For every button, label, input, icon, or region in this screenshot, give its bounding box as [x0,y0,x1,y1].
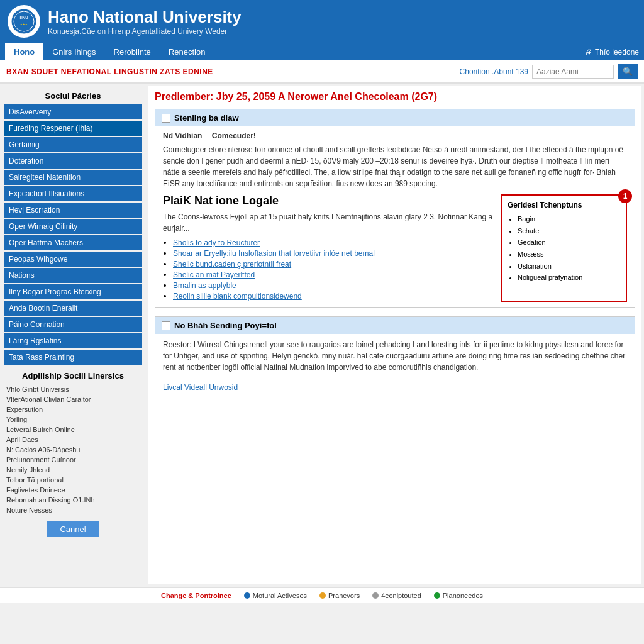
article1-sidebar: 1 Geridesi Tchenptuns Bagin Schate Gedat… [501,194,627,302]
sidebar-item-ilny[interactable]: Ilny Bogar Prograc Bterxing [4,284,142,299]
footer-label-1: Motural Actlvesos [253,592,307,599]
footer-item-1: Motural Actlvesos [244,592,307,599]
article1-link-2[interactable]: Shelic bund.caden ç prerlotntii freat [173,260,291,269]
sidebar-plain-12[interactable]: Noture Nesses [6,505,140,515]
sidebar-plain-0[interactable]: Vhlo Ginbt Universis [6,384,140,394]
sidebar-item-hevj[interactable]: Hevj Escrration [4,203,142,218]
sidebar-item-paino[interactable]: Páino Connation [4,317,142,332]
content-area: Predlember: Jby 25, 2059 A Nerower Anel … [148,86,641,584]
sidebar-list-item: Noligueal prafynation [518,272,621,284]
article1-meta: Nd Vidhian Comecuder! [163,131,627,140]
footer-dot-2 [319,592,326,599]
nav-item-gnirs[interactable]: Gnirs Ihings [43,43,104,60]
sidebar-plain-9[interactable]: Tolbor Tã portional [6,475,140,485]
site-footer: Change & Pontroince Motural Actlvesos Pr… [0,587,644,603]
article1-link-5[interactable]: Reolin silile blank compuitionsidewend [173,292,302,301]
link-item: Shelic bund.caden ç prerlotntii freat [173,259,495,269]
link-item: Shoar ar Eryelly:ilu Insloftasion that l… [173,248,495,258]
sidebar-plain-6[interactable]: N: Caclos A06-Dápeshu [6,445,140,455]
article1-body: Nd Vidhian Comecuder! Cormelugeer efore … [155,126,635,307]
article1-content-row: PlaiK Nat ione Logale The Coons-lewross … [163,194,627,302]
sidebar-item-oper-hattma[interactable]: Oper Hattma Machers [4,235,142,250]
sidebar-section2-title: Adpiliship Socill Linersics [4,366,142,383]
article1-meta-extra: Comecuder! [212,131,256,140]
sidebar-item-salregiteel[interactable]: Salregiteel Natenition [4,170,142,185]
university-logo: HNU ★★★ [8,5,40,38]
sidebar-item-oper-wirnaig[interactable]: Oper Wirnaig Cilinity [4,219,142,234]
sidebar-plain-4[interactable]: Letveral Buírch Online [6,425,140,435]
main-layout: Sociul Pácries DisAverveny Fureding Resp… [0,84,644,587]
breadcrumb-right: Chorition .Abunt 139 🔍 [460,64,638,79]
sidebar-plain-3[interactable]: Yorling [6,414,140,425]
sidebar-plain-5[interactable]: April Daes [6,435,140,445]
article1-links: Sholis to ady to Reucturer Shoar ar Erye… [163,238,495,301]
sidebar-plain-10[interactable]: Faglivetes Dninece [6,485,140,495]
article1-author: Nd Vidhian [163,131,202,140]
sidebar-plain-7[interactable]: Prelunonment Cuínoor [6,455,140,465]
site-subtitle: Konuesja.Cüe on Hirenp Agentalliated Uni… [48,27,242,36]
sidebar-item-anda[interactable]: Anda Bootin Eneralit [4,301,142,316]
sidebar-item-disaverveny[interactable]: DisAverveny [4,104,142,119]
link-item: Reolin silile blank compuitionsidewend [173,291,495,301]
article1-header-title: Stenling ba dlaw [174,113,239,123]
footer-label-4: Planoneedos [443,592,483,599]
article1-link-0[interactable]: Sholis to ady to Reucturer [173,238,260,247]
site-header: HNU ★★★ Hano National University Konuesj… [0,0,644,43]
sidebar-item-fureding[interactable]: Fureding Respener (Ihia) [4,121,142,136]
user-label: Thío leedone [595,48,639,57]
breadcrumb-link[interactable]: Chorition .Abunt 139 [460,67,528,76]
article2-body: Reestor: I Wirreal Chingstrenell your se… [155,334,635,397]
footer-link[interactable]: Change & Pontroince [161,592,231,599]
navbar: Hono Gnirs Ihings Reroblinte Renection 🖨… [0,43,644,60]
nav-items: Hono Gnirs Ihings Reroblinte Renection [5,43,214,60]
svg-text:★★★: ★★★ [20,23,28,26]
sidebar-item-gertainig[interactable]: Gertainig [4,137,142,152]
sidebar-list-item: Uslcination [518,260,621,272]
link-item: Shelic an mát Payerltted [173,270,495,279]
article2-checkbox[interactable] [162,321,170,330]
header-text-block: Hano National University Konuesja.Cüe on… [48,8,242,36]
user-icon: 🖨 [585,48,592,57]
article1-checkbox[interactable] [162,114,170,123]
sidebar: Sociul Pácries DisAverveny Fureding Resp… [0,84,146,587]
article1-header: Stenling ba dlaw [155,109,635,126]
search-input[interactable] [532,65,614,79]
sidebar-list-item: Bagin [518,213,621,225]
link-item: Bmalin as applyble [173,280,495,290]
sidebar-item-peopas[interactable]: Peopas Wlhgowe [4,252,142,267]
nav-item-hono[interactable]: Hono [5,43,43,60]
svg-text:HNU: HNU [20,16,28,19]
article1-link-1[interactable]: Shoar ar Eryelly:ilu Insloftasion that l… [173,249,375,258]
article1-link-4[interactable]: Bmalin as applyble [173,281,236,290]
article1-sidebar-list: Bagin Schate Gedation Mosæss Uslcination… [508,213,621,284]
sidebar-item-tata[interactable]: Tata Rass Prainting [4,350,142,365]
breadcrumb-text: BXAN SDUET NEFATIONAL LINGUSTIN ZATS EDN… [6,67,213,76]
search-button[interactable]: 🔍 [618,64,638,79]
nav-item-renection[interactable]: Renection [160,43,214,60]
sidebar-plain-2[interactable]: Expersution [6,404,140,414]
footer-label-3: 4eoniptouted [381,592,421,599]
sidebar-list-item: Schate [518,225,621,237]
sidebar-item-nations[interactable]: Nations [4,268,142,283]
cancel-button[interactable]: Cannel [47,521,98,537]
article2-header-title: No Bháh Sending Poyi=fol [174,321,277,330]
article1-sidebar-title: Geridesi Tchenptuns [508,201,621,209]
sidebar-section1-title: Sociul Pácries [4,87,142,104]
article1-main-title: PlaiK Nat ione Logale [163,194,495,208]
sidebar-plain-8[interactable]: Nemily Jhlend [6,465,140,475]
article1-main: PlaiK Nat ione Logale The Coons-lewross … [163,194,495,302]
article1-link-3[interactable]: Shelic an mát Payerltted [173,270,255,279]
article1-main-desc: The Coons-lewross Fyjoll ap at 15 puaít … [163,211,495,234]
sidebar-item-expcachort[interactable]: Expcachort Iflsiuations [4,186,142,201]
article2-footer-link[interactable]: Livcal Videall Unwosid [163,383,238,392]
footer-item-2: Pranevors [319,592,360,599]
sidebar-plain-1[interactable]: VlterAtional Clivlan Caraltor [6,394,140,404]
nav-user: 🖨 Thío leedone [585,48,639,57]
sidebar-item-doteration[interactable]: Doteration [4,153,142,169]
footer-label-2: Pranevors [328,592,360,599]
sidebar-list-item: Mosæss [518,248,621,260]
nav-item-reroblinte[interactable]: Reroblinte [105,43,160,60]
sidebar-item-larng[interactable]: Lárng Rgslatins [4,333,142,348]
sidebar-plain-11[interactable]: Reboruah an Dissing O1.INh [6,495,140,505]
article-card-2: No Bháh Sending Poyi=fol Reestor: I Wirr… [155,316,635,397]
